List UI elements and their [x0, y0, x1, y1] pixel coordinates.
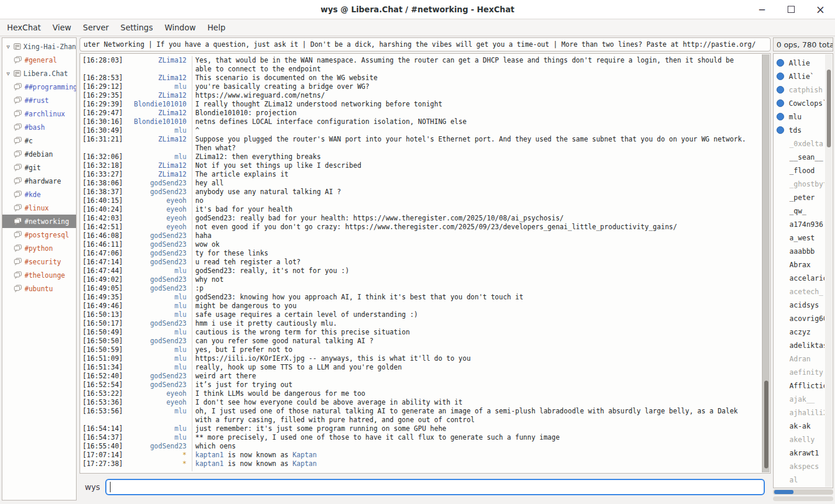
message-nick: ZLima12	[127, 161, 187, 170]
userlist-item[interactable]: _qw_	[774, 204, 824, 218]
bottom-hscrollbar-track[interactable]	[773, 496, 833, 501]
userlist-item[interactable]: Allie`	[774, 70, 824, 83]
tree-channel--linux[interactable]: #linux	[2, 201, 76, 215]
expander-icon[interactable]: ▽	[4, 44, 12, 50]
chat-scrollbar[interactable]	[762, 54, 770, 472]
tree-channel--python[interactable]: #python	[2, 241, 76, 255]
chat-message-row: [17:07:14]*kaptan1 is now known as Kapta…	[82, 451, 760, 460]
userlist-item[interactable]: Allie	[774, 56, 824, 70]
minimize-button[interactable]: −	[757, 4, 767, 15]
tree-channel--programming[interactable]: ##programming	[2, 80, 76, 94]
userlist-item[interactable]: a174n936	[774, 218, 824, 231]
user-nick: Afflictio	[789, 382, 824, 390]
userlist-item[interactable]: acovrig60	[774, 312, 824, 325]
userlist-item[interactable]: ajhalili2	[774, 406, 824, 419]
tree-channel--postgresql[interactable]: #postgresql	[2, 228, 76, 241]
tree-channel--thelounge[interactable]: #thelounge	[2, 268, 76, 282]
userlist-item[interactable]: akrawt1	[774, 446, 824, 460]
userlist-item[interactable]: catphish	[774, 83, 824, 96]
message-text: I don't see how everyone could be above …	[195, 398, 751, 407]
tree-label: #postgresql	[25, 231, 69, 239]
userlist-item[interactable]: accelario	[774, 271, 824, 285]
nick-mention: kaptan1	[195, 451, 223, 459]
message-timestamp: [16:47:06]	[82, 249, 127, 258]
userlist-hscrollbar[interactable]	[773, 489, 833, 495]
message-timestamp: [16:51:34]	[82, 363, 127, 372]
tree-channel--rust[interactable]: ##rust	[2, 94, 76, 107]
userlist-item[interactable]: al	[774, 473, 824, 486]
userlist-item[interactable]: acetech_	[774, 285, 824, 298]
message-nick: eyeoh	[127, 205, 187, 214]
message-timestamp: [16:47:14]	[82, 258, 127, 267]
tree-server-xing-hai-zhang[interactable]: ▽Xing-Hai-Zhang	[2, 40, 76, 53]
tree-channel--networking[interactable]: #networking	[2, 215, 76, 228]
userlist-item[interactable]: _ghostbyt	[774, 177, 824, 191]
menu-server[interactable]: Server	[77, 20, 115, 34]
chat-message-row: [16:40:15]eyeohno	[82, 196, 760, 205]
text-caret	[110, 482, 111, 492]
tree-channel--kde[interactable]: #kde	[2, 188, 76, 201]
message-timestamp: [16:50:49]	[82, 328, 127, 337]
close-button[interactable]: ×	[815, 3, 826, 16]
maximize-button[interactable]	[788, 6, 795, 13]
tree-channel--debian[interactable]: #debian	[2, 147, 76, 161]
userlist-item[interactable]: aefinity	[774, 365, 824, 379]
userlist-item[interactable]: Cowclops`	[774, 96, 824, 110]
chat-scrollbar-thumb[interactable]	[764, 381, 768, 468]
user-nick: acetech_	[789, 288, 823, 296]
tree-server-libera-chat[interactable]: ▽Libera.Chat	[2, 67, 76, 80]
userlist-item[interactable]: Adran	[774, 352, 824, 365]
userlist-item[interactable]: aczyz	[774, 325, 824, 339]
tree-channel--bash[interactable]: #bash	[2, 120, 76, 134]
userlist-item[interactable]: _flood	[774, 164, 824, 177]
userlist-item[interactable]: akspecs	[774, 460, 824, 473]
menu-settings[interactable]: Settings	[115, 20, 158, 34]
user-nick: acovrig60	[789, 315, 824, 323]
userlist-item[interactable]: Afflictio	[774, 379, 824, 392]
tree-channel--c[interactable]: #c	[2, 134, 76, 147]
user-nick: adeliktas	[789, 341, 824, 350]
userlist-scrollbar-thumb[interactable]	[827, 70, 831, 147]
userlist-scrollbar[interactable]	[825, 54, 832, 487]
tree-channel--hardware[interactable]: #hardware	[2, 174, 76, 188]
menu-hexchat[interactable]: HexChat	[1, 20, 47, 34]
userlist-item[interactable]: mlu	[774, 110, 824, 123]
message-text: oh, I just used one of those natural tal…	[195, 407, 751, 424]
message-timestamp: [17:27:38]	[82, 460, 127, 468]
menu-view[interactable]: View	[47, 20, 77, 34]
message-nick: ZLima12	[127, 170, 187, 179]
userlist-item[interactable]: Abrax	[774, 258, 824, 271]
userlist-hscrollbar-thumb[interactable]	[774, 490, 793, 494]
userlist-item[interactable]: a_west	[774, 231, 824, 244]
tree-label: #debian	[25, 150, 53, 158]
menu-window[interactable]: Window	[158, 20, 201, 34]
message-text: godSend23: knowing how you approach AI, …	[195, 293, 751, 302]
message-input[interactable]	[105, 479, 765, 495]
message-text: kaptan1 is now known as Kaptan	[195, 460, 751, 468]
userlist-item[interactable]: aaabbb	[774, 244, 824, 258]
topic-entry[interactable]	[80, 37, 771, 51]
userlist-item[interactable]: ajak__	[774, 392, 824, 406]
menu-help[interactable]: Help	[202, 20, 232, 34]
userlist-item[interactable]: adeliktas	[774, 339, 824, 352]
chat-message-row: [16:51:09]mluhttps://iili.io/KOrIErX.jpg…	[82, 354, 760, 363]
chat-area[interactable]: [16:28:03]ZLima12Yes, that would be in t…	[80, 53, 771, 474]
userlist-item[interactable]: __sean__	[774, 150, 824, 164]
userlist-item[interactable]: akelly	[774, 433, 824, 446]
tree-channel--archlinux[interactable]: #archlinux	[2, 107, 76, 120]
userlist-item[interactable]: tds	[774, 123, 824, 137]
tree-channel--security[interactable]: #security	[2, 255, 76, 268]
tree-channel--git[interactable]: #git	[2, 161, 76, 174]
tree-channel--ubuntu[interactable]: #ubuntu	[2, 282, 76, 295]
expander-icon[interactable]: ▽	[4, 71, 12, 77]
userlist-item[interactable]: _peter	[774, 191, 824, 204]
userlist-item[interactable]: ak-ak	[774, 419, 824, 433]
message-nick: godSend23	[127, 179, 187, 188]
tree-channel--general[interactable]: #general	[2, 53, 76, 67]
message-nick: godSend23	[127, 337, 187, 346]
userlist-item[interactable]: _0xdelta	[774, 137, 824, 150]
tree-label: #c	[25, 137, 33, 145]
chat-message-row: [16:47:06]godSend23ty for these links	[82, 249, 760, 258]
tree-label: Xing-Hai-Zhang	[23, 43, 76, 51]
userlist-item[interactable]: acidsys	[774, 298, 824, 312]
